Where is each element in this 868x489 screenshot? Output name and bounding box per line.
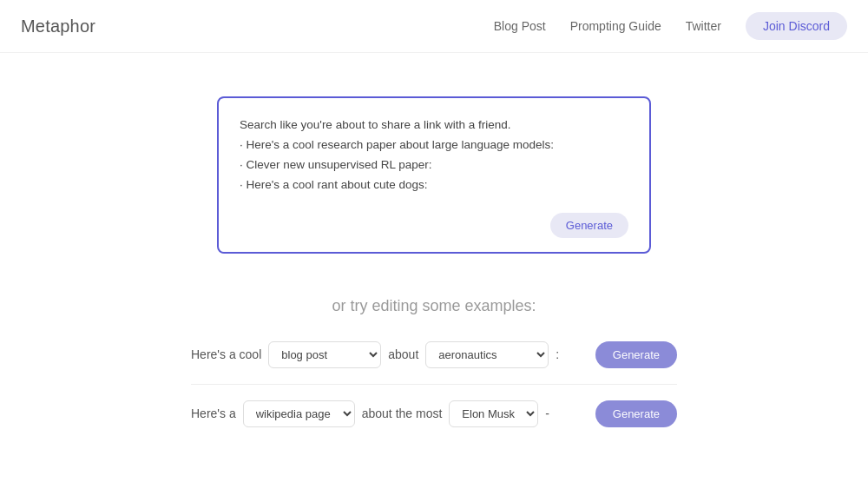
search-generate-button[interactable]: Generate: [550, 213, 628, 238]
nav-blog-post[interactable]: Blog Post: [494, 19, 546, 33]
example2-topic-select[interactable]: Elon Musk Bill Gates Jeff Bezos: [449, 400, 538, 427]
example2-type-select[interactable]: wikipedia page blog post article: [243, 400, 355, 427]
example-row-1: Here's a cool blog post research paper a…: [191, 341, 677, 368]
example-divider-1: [191, 384, 677, 385]
search-line3: · Clever new unsupervised RL paper:: [240, 155, 628, 175]
logo: Metaphor: [21, 17, 95, 36]
example1-middle: about: [388, 347, 418, 361]
nav-prompting-guide[interactable]: Prompting Guide: [570, 19, 661, 33]
example1-suffix: :: [556, 347, 559, 361]
search-box-text: Search like you're about to share a link…: [240, 116, 628, 195]
examples-section: or try editing some examples: Here's a c…: [17, 297, 851, 443]
example2-middle: about the most: [362, 406, 443, 420]
search-line2: · Here's a cool research paper about lar…: [240, 135, 628, 155]
example2-generate-button[interactable]: Generate: [595, 400, 677, 427]
join-discord-button[interactable]: Join Discord: [746, 12, 847, 40]
example1-type-select[interactable]: blog post research paper article video: [268, 341, 381, 368]
search-box: Search like you're about to share a link…: [217, 96, 651, 254]
main-content: Search like you're about to share a link…: [0, 53, 868, 469]
header: Metaphor Blog Post Prompting Guide Twitt…: [0, 0, 868, 53]
nav-twitter[interactable]: Twitter: [686, 19, 721, 33]
search-line4: · Here's a cool rant about cute dogs:: [240, 175, 628, 195]
example1-prefix: Here's a cool: [191, 347, 261, 361]
example2-suffix: -: [545, 406, 549, 420]
example2-prefix: Here's a: [191, 406, 236, 420]
example-row-2: Here's a wikipedia page blog post articl…: [191, 400, 677, 427]
example1-topic-select[interactable]: aeronautics machine learning biology his…: [425, 341, 549, 368]
nav: Blog Post Prompting Guide Twitter Join D…: [494, 12, 847, 40]
example1-generate-button[interactable]: Generate: [595, 341, 677, 368]
search-line1: Search like you're about to share a link…: [240, 118, 511, 131]
examples-heading: or try editing some examples:: [332, 297, 536, 315]
